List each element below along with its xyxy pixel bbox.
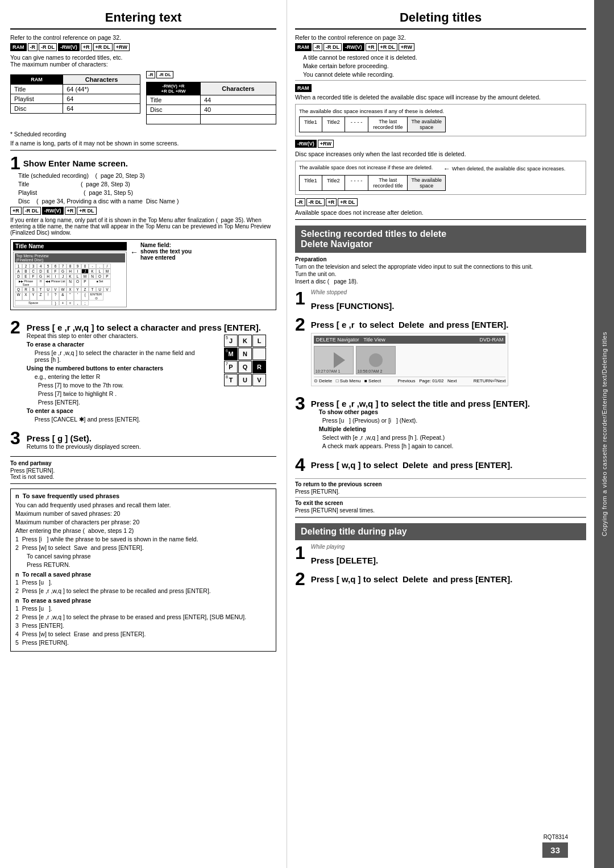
name-field-arrow-row: ← Name field:shows the text youhave ente… (130, 242, 273, 261)
grid-cell: H (37, 279, 44, 287)
right-badge-row: RAM -R -R DL -RW(V) +R +R DL +RW (295, 43, 586, 51)
select-step2-num: 2 (295, 315, 305, 333)
disc-cell-dash: - - - - (345, 116, 369, 132)
right-badge-ram: RAM (295, 43, 312, 51)
grid-cell: O (96, 274, 103, 279)
footnote: * Scheduled recording (10, 131, 276, 137)
grid-cell: 6 (52, 264, 59, 269)
select-step4-title: Press [ w,q ] to select Delete and press… (311, 456, 513, 470)
select-step2: 2 Press [ e ,r to select Delete and pres… (295, 315, 586, 390)
table-cell: Disc (147, 105, 201, 115)
section1: 1 Show Enter Name screen. Title (schedul… (10, 154, 276, 314)
end-note-title: To end partway (10, 460, 276, 466)
badge-rwv: -RW(V) (58, 43, 80, 51)
long-name-note: If a name is long, parts of it may not b… (10, 140, 276, 147)
grid-cell: Y (74, 287, 81, 292)
grid-cell: I (52, 274, 59, 279)
step1-items: Title (scheduled recording) ( page 20, S… (10, 172, 276, 310)
table-cell: Disc (11, 104, 63, 114)
grid-cell: ? (52, 292, 59, 301)
right-divider2 (295, 219, 586, 220)
select-step4-row: 4 Press [ w,q ] to select Delete and pre… (295, 456, 586, 474)
grid-cell: 7 (59, 264, 67, 269)
grid-cell: V (52, 287, 59, 292)
grid-cell: 3 (30, 264, 37, 269)
select-step1-row: 1 While stopped Press [FUNCTIONS]. (295, 289, 586, 311)
navigator-box: DELETE Navigator Title View DVD-RAM 10:2… (311, 333, 509, 386)
grid-cell: N (89, 274, 96, 279)
select-step3-num: 3 (295, 394, 305, 412)
grid-cell: L (96, 269, 103, 274)
step3-body: Returns to the previously displayed scre… (27, 443, 141, 450)
step1-badge-r: +R (10, 207, 22, 215)
right-divider3 (295, 478, 586, 479)
page-number: 33 (542, 842, 568, 858)
table-cell (200, 115, 276, 124)
grid-cell: V (103, 287, 111, 292)
select-step4-num: 4 (295, 456, 305, 474)
svg-point-3 (369, 353, 383, 367)
grid-cell: U (96, 287, 103, 292)
plus-rw-badge: +RW (318, 140, 334, 148)
badge-plus-rdl: +R DL (93, 43, 113, 51)
key-num-8: 8 (226, 375, 228, 379)
grid-cell: Y (30, 292, 37, 301)
disc2-cell-avail: The availablespace (408, 175, 446, 191)
select-step3: 3 Press [ e ,r ,w,q ] to select the titl… (295, 394, 586, 451)
name-field-right: ← Name field:shows the text youhave ente… (130, 242, 273, 307)
select-step3-title: Press [ e ,r ,w,q ] to select the title … (311, 394, 530, 408)
disc-diag2-note2: When deleted, the available disc space i… (452, 166, 566, 172)
info-recall-title: n To recall a saved phrase (15, 571, 271, 578)
char-table-left-table: RAM Characters Title64 (44*) Playlist64 … (10, 74, 140, 114)
play-step2-content: Press [ w,q ] to select Delete and press… (311, 570, 513, 584)
key-v: V (252, 374, 266, 386)
grid-cell: U (44, 287, 52, 292)
select-step1: 1 While stopped Press [FUNCTIONS]. (295, 289, 586, 311)
grid-cell-phrase: ▶▶ Phrase Save (15, 279, 37, 287)
step1-long-note: If you enter a long name, only part of i… (10, 217, 276, 236)
grid-cell: ; (81, 301, 89, 306)
grid-cell: D (15, 274, 22, 279)
grid-cell: / (103, 264, 111, 269)
key-row-1: 5J K L (214, 335, 276, 347)
step1-item4: Disc ( page 34, Providing a disc with a … (18, 198, 276, 205)
disc-cell-last: The lastrecorded title (368, 116, 408, 132)
info-box: n To save frequently used phrases You ca… (10, 489, 276, 652)
step1-badge-plusr: +R (65, 207, 76, 215)
section2-content: Press [ e ,r ,w,q ] to select a characte… (27, 318, 276, 424)
right-divider1 (295, 80, 586, 81)
grid-cell: N (67, 279, 74, 287)
grid-cell: W (59, 287, 67, 292)
section2-row: 2 Press [ e ,r ,w,q ] to select a charac… (10, 318, 276, 424)
grid-cell-list: ◀◀ Phrase List (44, 279, 67, 287)
grid-cell-set: ■ Set (89, 279, 111, 287)
r-badge-small: -R (295, 198, 305, 206)
play-step1-num: 1 (295, 544, 305, 562)
delete-play-title: Deleting title during play (301, 527, 580, 537)
grid-cell: E (44, 269, 52, 274)
badge-plus-rw: +RW (114, 43, 130, 51)
rdl-badge-small: -R DL (306, 198, 325, 206)
info-save-cancel: To cancel saving phrase (27, 553, 271, 560)
grid-cell: H (44, 274, 52, 279)
grid-cell: C (30, 269, 37, 274)
grid-cell: + (59, 301, 67, 306)
grid-cell: 4 (37, 264, 44, 269)
grid-cell-highlight: J (81, 269, 89, 274)
step1-badge-plusrdl: +R DL (77, 207, 96, 215)
badge-rdl: -R DL (39, 43, 57, 51)
name-field-preview: Top Menu Preview(Finalized Disc) 1234567… (13, 252, 127, 307)
key-7: 7P (224, 361, 238, 373)
badge-rdl-mini: -R DL (156, 71, 173, 78)
nav-thumbs: 10:27:07AM 1 10:56:07AM 2 (314, 346, 506, 374)
play-step1-label: While playing (311, 544, 378, 550)
disc-diagram1: The available disc space increases if an… (295, 104, 586, 136)
info-erase-s2: 2 Press [e ,r ,w,q ] to select the phras… (15, 614, 271, 620)
section2: 2 Press [ e ,r ,w,q ] to select a charac… (10, 318, 276, 424)
disc-diag2-row: Title1 Title2 - - - - The lastrecorded t… (299, 175, 582, 191)
select-section-title: Selecting recorded titles to deleteDelet… (301, 229, 580, 249)
plus-rdl-badge-small: +R DL (338, 198, 357, 206)
grid-cell: M (81, 274, 89, 279)
info-erase-s1: 1 Press [u ]. (15, 605, 271, 612)
disc-cell-title2: Title2 (322, 116, 345, 132)
